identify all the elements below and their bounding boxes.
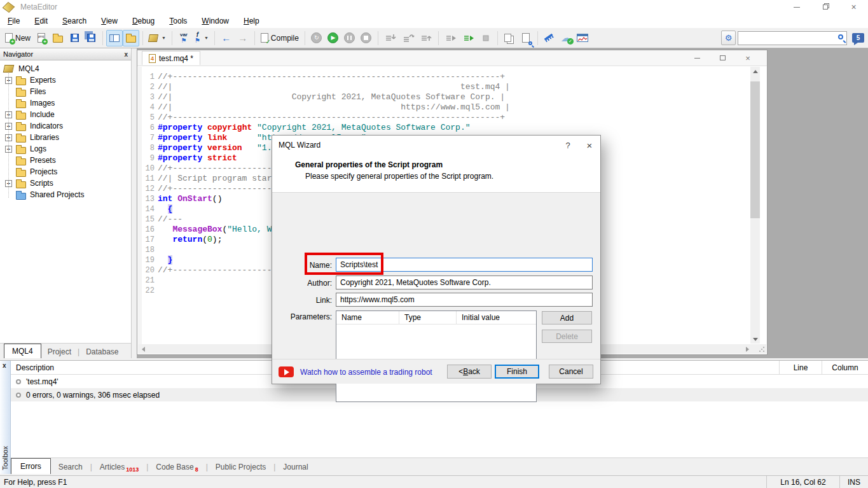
navigator-close-icon[interactable]: x [124, 51, 128, 58]
menu-debug[interactable]: Debug [126, 15, 161, 27]
pause-debug-button[interactable] [341, 30, 358, 46]
tab-journal[interactable]: Journal [275, 460, 315, 474]
start-debug-button[interactable]: ▶ [325, 30, 341, 46]
gear-icon: ⚙ [725, 33, 733, 43]
tree-item-include[interactable]: + Include [0, 109, 131, 120]
doc-close-button[interactable]: × [735, 52, 761, 64]
author-field[interactable] [336, 275, 593, 289]
goto-function-button[interactable]: f⚑ ▼ [192, 30, 211, 46]
wizard-help-button[interactable]: ? [557, 136, 579, 155]
editor-vertical-scrollbar[interactable] [750, 67, 760, 344]
wizard-close-button[interactable]: × [579, 136, 600, 155]
save-icon [71, 34, 79, 42]
tree-item-scripts[interactable]: + Scripts [0, 178, 131, 189]
tree-item-images[interactable]: Images [0, 97, 131, 109]
navigator-header: Navigator x [0, 48, 131, 60]
menu-file[interactable]: File [1, 15, 26, 27]
search-input[interactable] [738, 31, 847, 45]
doc-maximize-button[interactable] [710, 52, 735, 64]
vertical-splitter[interactable] [132, 48, 137, 358]
cloud-protection-button[interactable]: ☁✓ [558, 30, 574, 46]
youtube-icon[interactable] [279, 366, 294, 377]
delete-parameter-button: Delete [542, 330, 592, 343]
scroll-up-icon[interactable] [750, 67, 760, 76]
navigator-tab-project[interactable]: Project [41, 345, 78, 358]
toggle-navigator-button[interactable] [106, 30, 123, 46]
scrollbar-thumb[interactable] [750, 81, 760, 218]
scroll-left-icon[interactable] [138, 344, 148, 354]
tree-item-presets[interactable]: Presets [0, 155, 131, 166]
tree-item-experts[interactable]: + Experts [0, 74, 131, 86]
scroll-down-icon[interactable] [750, 335, 760, 344]
tree-item-libraries[interactable]: + Libraries [0, 132, 131, 143]
folder-icon [16, 170, 26, 177]
copy-button[interactable] [501, 30, 518, 46]
menu-window[interactable]: Window [195, 15, 235, 27]
step-into-button[interactable] [382, 30, 399, 46]
new-project-button[interactable]: proj+ [33, 30, 50, 46]
add-parameter-button[interactable]: Add [542, 311, 592, 324]
navigate-back-button[interactable]: ← [218, 30, 235, 46]
toolbar-search [738, 31, 847, 45]
show-next-statement-button[interactable] [442, 30, 460, 46]
compile-button[interactable]: ✓ Compile [258, 30, 301, 46]
tab-errors[interactable]: Errors [11, 458, 51, 474]
link-field[interactable] [336, 293, 593, 307]
play-icon: ▶ [327, 32, 338, 43]
parameters-table[interactable]: Name Type Initial value [336, 310, 537, 402]
open-file-button[interactable] [50, 30, 66, 46]
tree-item-shared-projects[interactable]: Shared Projects [0, 189, 131, 200]
tree-item-logs[interactable]: + Logs [0, 143, 131, 155]
close-button[interactable]: × [839, 0, 868, 14]
save-button[interactable] [66, 30, 83, 46]
save-all-button[interactable] [83, 30, 99, 46]
editor-tab-test-mq4[interactable]: 4 test.mq4 * [142, 51, 200, 65]
navigator-tab-database[interactable]: Database [79, 345, 125, 358]
navigate-forward-button[interactable]: → [235, 30, 251, 46]
minimize-button[interactable] [782, 0, 811, 14]
tree-item-projects[interactable]: Projects [0, 166, 131, 178]
tab-code-base[interactable]: Code Base8 [148, 460, 205, 474]
toolbox-close-icon[interactable]: x [3, 362, 6, 369]
open-charts-button[interactable] [574, 30, 591, 46]
step-out-icon [420, 33, 432, 43]
tree-item-mql4-root[interactable]: MQL4 [0, 63, 131, 74]
notifications-badge[interactable]: 5 [852, 33, 864, 43]
column-header: Column [822, 361, 868, 375]
tab-articles[interactable]: Articles1013 [92, 460, 146, 474]
cancel-button[interactable]: Cancel [549, 365, 593, 379]
step-out-button[interactable] [417, 30, 435, 46]
column-initial-value: Initial value [457, 311, 536, 324]
navigator-tab-mql4[interactable]: MQL4 [4, 344, 41, 358]
styler-button[interactable] [541, 30, 558, 46]
step-over-button[interactable] [399, 30, 417, 46]
tree-item-files[interactable]: Files [0, 86, 131, 97]
articles-count-badge: 1013 [126, 466, 139, 473]
toggle-breakpoint-button[interactable] [478, 30, 494, 46]
settings-button[interactable]: ⚙ [721, 31, 736, 45]
video-tutorial-link[interactable]: Watch how to assemble a trading robot [300, 368, 432, 377]
snippets-button[interactable]: ▼ [146, 30, 169, 46]
tab-public-projects[interactable]: Public Projects [208, 460, 273, 474]
goto-variable-button[interactable]: var⚑ [176, 30, 192, 46]
tree-item-indicators[interactable]: + Indicators [0, 120, 131, 132]
toggle-toolbox-button[interactable] [123, 30, 139, 46]
restore-button[interactable] [811, 0, 839, 14]
scroll-right-icon[interactable] [742, 344, 752, 354]
finish-button[interactable]: Finish [495, 365, 539, 379]
find-in-files-button[interactable] [518, 30, 534, 46]
stop-debug-button[interactable] [358, 30, 375, 46]
menu-search[interactable]: Search [56, 15, 93, 27]
menu-tools[interactable]: Tools [163, 15, 193, 27]
restart-debug-button[interactable]: ↻ [308, 30, 325, 46]
resize-grip-icon[interactable] [759, 346, 765, 352]
menu-help[interactable]: Help [237, 15, 266, 27]
run-to-cursor-button[interactable] [460, 30, 478, 46]
menu-view[interactable]: View [95, 15, 124, 27]
back-button[interactable]: < Back [447, 365, 492, 379]
search-icon[interactable] [838, 34, 843, 39]
menu-edit[interactable]: Edit [28, 15, 54, 27]
tab-search[interactable]: Search [51, 460, 90, 474]
doc-minimize-button[interactable] [684, 52, 710, 64]
new-file-button[interactable]: + New [3, 30, 33, 46]
